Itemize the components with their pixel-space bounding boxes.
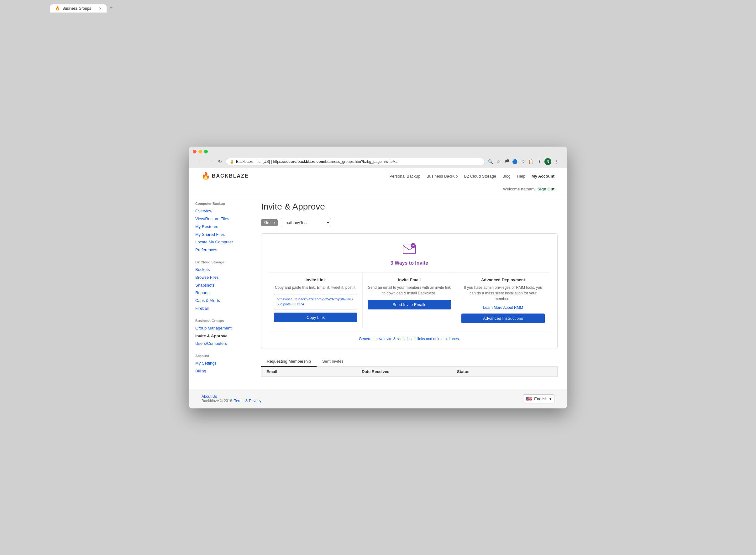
sidebar-section-title-computer-backup: Computer Backup	[195, 202, 245, 206]
language-selector[interactable]: 🇺🇸 English ▾	[523, 394, 554, 403]
ext5-icon[interactable]: ℹ	[536, 159, 542, 164]
nav-blog[interactable]: Blog	[503, 174, 511, 178]
sidebar-item-my-restores[interactable]: My Restores	[195, 223, 245, 231]
tabs-bar: Requesting Membership Sent Invites	[261, 356, 558, 367]
reload-button[interactable]: ↻	[216, 158, 223, 165]
method-advanced-desc: If you have admin privileges or RMM tool…	[462, 285, 545, 302]
sidebar-section-title-account: Account	[195, 354, 245, 358]
sidebar-section-title-business-groups: Business Groups	[195, 319, 245, 323]
sidebar-item-overview[interactable]: Overview	[195, 207, 245, 215]
footer-left: About Us Backblaze © 2018. Terms & Priva…	[202, 394, 262, 403]
page-body: 🔥 BACKBLAZE Personal Backup Business Bac…	[189, 168, 567, 409]
main-content: Invite & Approve Group nathanvTest	[252, 194, 567, 389]
top-nav-links: Personal Backup Business Backup B2 Cloud…	[389, 174, 554, 178]
sidebar-item-group-management[interactable]: Group Management	[195, 325, 245, 332]
ext1-icon[interactable]: 🏴	[504, 159, 509, 164]
sign-out-link[interactable]: Sign Out	[538, 187, 554, 191]
page-footer: About Us Backblaze © 2018. Terms & Priva…	[189, 389, 567, 409]
terms-privacy-link[interactable]: Terms & Privacy	[234, 399, 262, 403]
nav-help[interactable]: Help	[517, 174, 525, 178]
sidebar-item-buckets[interactable]: Buckets	[195, 266, 245, 274]
invite-method-advanced: Advanced Deployment If you have admin pr…	[456, 272, 550, 328]
nav-personal-backup[interactable]: Personal Backup	[389, 174, 420, 178]
sidebar-item-snapshots[interactable]: Snapshots	[195, 282, 245, 289]
welcome-text: Welcome nathanv,	[503, 187, 536, 191]
flag-icon: 🇺🇸	[526, 396, 532, 402]
lock-icon: 🔒	[230, 160, 234, 164]
method-email-title: Invite Email	[368, 278, 451, 282]
invite-method-email: Invite Email Send an email to your membe…	[363, 272, 456, 328]
learn-more-rmm-link[interactable]: Learn More About RMM	[462, 305, 545, 310]
sidebar-item-preferences[interactable]: Preferences	[195, 246, 245, 254]
about-us-link[interactable]: About Us	[202, 394, 217, 399]
membership-table: Email Date Received Status	[261, 367, 558, 377]
sidebar-section-title-b2: B2 Cloud Storage	[195, 260, 245, 264]
main-layout: Computer Backup Overview View/Restore Fi…	[189, 194, 567, 389]
nav-business-backup[interactable]: Business Backup	[427, 174, 458, 178]
sidebar-item-billing[interactable]: Billing	[195, 368, 245, 375]
page-title: Invite & Approve	[261, 202, 558, 212]
sidebar: Computer Backup Overview View/Restore Fi…	[189, 194, 252, 389]
chrome-extensions: 🔍 ☆ 🏴 🔵 🛡 📋 ℹ N ⋮	[487, 158, 559, 165]
generate-new-links-link[interactable]: Generate new invite & silent install lin…	[359, 337, 460, 341]
group-label: Group	[261, 219, 278, 226]
nav-b2-cloud-storage[interactable]: B2 Cloud Storage	[464, 174, 496, 178]
sidebar-item-invite-approve[interactable]: Invite & Approve	[195, 332, 245, 340]
invite-card: 3 Ways to Invite Invite Link Copy and pa…	[261, 233, 558, 349]
address-bar[interactable]: 🔒 Backblaze, Inc. [US] | https://secure.…	[226, 158, 485, 165]
invite-header: 3 Ways to Invite	[269, 241, 550, 266]
user-avatar[interactable]: N	[545, 158, 551, 165]
advanced-instructions-button[interactable]: Advanced Instructions	[462, 313, 545, 323]
group-dropdown[interactable]: nathanvTest	[281, 218, 331, 227]
copy-link-button[interactable]: Copy Link	[274, 312, 357, 322]
window-controls	[193, 150, 208, 154]
sidebar-item-caps-alerts[interactable]: Caps & Alerts	[195, 297, 245, 305]
maximize-dot[interactable]	[204, 150, 208, 154]
search-icon[interactable]: 🔍	[487, 159, 493, 164]
address-text: Backblaze, Inc. [US] | https://secure.ba…	[236, 160, 481, 164]
sidebar-item-shared-files[interactable]: My Shared Files	[195, 231, 245, 239]
chrome-titlebar: ← → ↻ 🔒 Backblaze, Inc. [US] | https://s…	[189, 146, 567, 168]
sidebar-section-business-groups: Business Groups Group Management Invite …	[195, 319, 245, 348]
logo-flame-icon: 🔥	[202, 172, 210, 180]
sidebar-section-b2-cloud: B2 Cloud Storage Buckets Browse Files Sn…	[195, 260, 245, 312]
sidebar-section-account: Account My Settings Billing	[195, 354, 245, 375]
invite-envelope-icon	[269, 241, 550, 259]
sidebar-item-locate-computer[interactable]: Locate My Computer	[195, 238, 245, 246]
logo: 🔥 BACKBLAZE	[202, 172, 249, 180]
back-button[interactable]: ←	[197, 158, 204, 165]
invite-method-link: Invite Link Copy and paste this link. Em…	[269, 272, 363, 328]
send-invite-emails-button[interactable]: Send Invite Emails	[368, 300, 451, 309]
ext2-icon[interactable]: 🔵	[512, 159, 517, 164]
lang-dropdown-arrow-icon: ▾	[550, 396, 552, 401]
col-header-date: Date Received	[362, 369, 457, 374]
copyright-text: Backblaze © 2018.	[202, 399, 233, 403]
sidebar-item-browse-files[interactable]: Browse Files	[195, 274, 245, 282]
col-header-status: Status	[457, 369, 552, 374]
ext4-icon[interactable]: 📋	[528, 159, 534, 164]
method-advanced-title: Advanced Deployment	[462, 278, 545, 282]
generate-link-section: Generate new invite & silent install lin…	[269, 332, 550, 341]
sidebar-section-computer-backup: Computer Backup Overview View/Restore Fi…	[195, 202, 245, 254]
sidebar-item-my-settings[interactable]: My Settings	[195, 359, 245, 368]
method-link-title: Invite Link	[274, 278, 357, 282]
tab-requesting-membership[interactable]: Requesting Membership	[261, 356, 317, 367]
close-dot[interactable]	[193, 150, 197, 154]
top-navigation: 🔥 BACKBLAZE Personal Backup Business Bac…	[189, 168, 567, 184]
sidebar-item-reports[interactable]: Reports	[195, 289, 245, 297]
sidebar-item-view-restore[interactable]: View/Restore Files	[195, 215, 245, 223]
ext3-icon[interactable]: 🛡	[520, 159, 526, 164]
sidebar-item-fireball[interactable]: Fireball	[195, 305, 245, 312]
nav-my-account[interactable]: My Account	[531, 174, 554, 178]
col-header-email: Email	[267, 369, 362, 374]
invite-link-text[interactable]: https://secure.backblaze.com/g/z52d2fblp…	[274, 294, 357, 309]
star-icon[interactable]: ☆	[495, 159, 501, 164]
minimize-dot[interactable]	[198, 150, 202, 154]
forward-button[interactable]: →	[206, 158, 214, 165]
browser-window: ← → ↻ 🔒 Backblaze, Inc. [US] | https://s…	[189, 146, 567, 409]
group-selector: Group nathanvTest	[261, 218, 558, 227]
menu-icon[interactable]: ⋮	[554, 159, 559, 164]
tab-sent-invites[interactable]: Sent Invites	[317, 356, 349, 367]
method-link-desc: Copy and paste this link. Email it, twee…	[274, 285, 357, 290]
sidebar-item-users-computers[interactable]: Users/Computers	[195, 340, 245, 348]
